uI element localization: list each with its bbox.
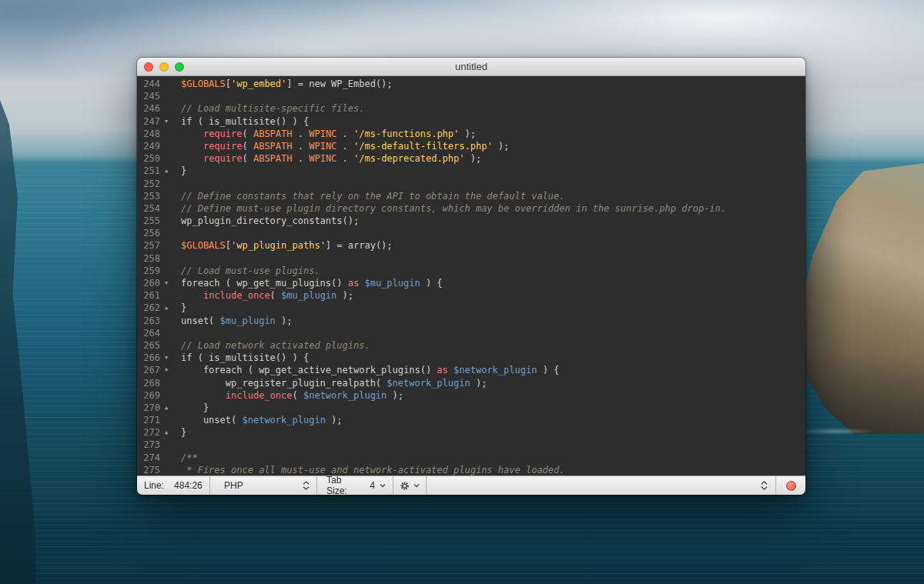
code-text[interactable]: wp_plugin_directory_constants(); — [181, 215, 359, 227]
code-line: 273 — [137, 439, 805, 451]
caret-position-group: Line: 484:26 — [137, 480, 209, 491]
modified-indicator[interactable] — [786, 481, 796, 491]
line-number: 267 — [137, 364, 160, 376]
code-line: 266▼if ( is_multisite() ) { — [137, 352, 805, 364]
code-line: 261 include_once( $mu_plugin ); — [137, 289, 805, 302]
zoom-button[interactable] — [175, 62, 184, 72]
code-line: 247▼if ( is_multisite() ) { — [137, 115, 805, 128]
fold-down-icon[interactable]: ▼ — [160, 115, 172, 128]
line-label: Line: — [144, 480, 164, 491]
close-button[interactable] — [144, 62, 153, 72]
code-line: 245 — [137, 90, 805, 102]
actions-menu-button[interactable] — [393, 481, 426, 491]
fold-down-icon[interactable]: ▼ — [160, 352, 172, 364]
code-line: 257$GLOBALS['wp_plugin_paths'] = array()… — [137, 239, 805, 252]
code-line: 259// Load must-use plugins. — [137, 265, 805, 277]
line-number: 271 — [137, 414, 160, 426]
language-label: PHP — [224, 480, 243, 491]
line-number: 249 — [137, 140, 160, 152]
fold-spacer — [160, 202, 172, 215]
code-line: 272▲} — [137, 426, 805, 439]
code-text[interactable]: // Define constants that rely on the API… — [181, 190, 565, 202]
code-text[interactable]: // Load must-use plugins. — [181, 265, 320, 277]
fold-spacer — [160, 140, 172, 152]
code-text[interactable]: unset( $network_plugin ); — [181, 414, 343, 426]
fold-up-icon[interactable]: ▲ — [160, 302, 172, 314]
code-text[interactable]: } — [181, 165, 186, 177]
code-text[interactable]: // Define must-use plugin directory cons… — [181, 202, 726, 215]
tab-size-popup[interactable]: Tab Size: 4 — [317, 475, 393, 495]
code-line: 251▲} — [137, 165, 805, 177]
line-number: 259 — [137, 265, 160, 277]
line-number: 275 — [137, 464, 160, 476]
code-text[interactable]: } — [181, 302, 186, 314]
fold-spacer — [160, 252, 172, 265]
fold-spacer — [160, 315, 172, 327]
line-number: 268 — [137, 377, 160, 389]
fold-down-icon[interactable]: ▼ — [160, 364, 172, 376]
code-text[interactable]: $GLOBALS['wp_plugin_paths'] = array(); — [181, 239, 393, 252]
code-line: 267▼ foreach ( wp_get_active_network_plu… — [137, 364, 805, 376]
line-number: 257 — [137, 239, 160, 252]
code-text[interactable]: foreach ( wp_get_mu_plugins() as $mu_plu… — [181, 277, 443, 289]
line-number: 265 — [137, 339, 160, 352]
code-text[interactable]: } — [181, 402, 209, 414]
code-line: 256 — [137, 227, 805, 239]
line-number: 273 — [137, 439, 160, 451]
line-number: 266 — [137, 352, 160, 364]
line-number: 264 — [137, 327, 160, 339]
code-text[interactable]: require( ABSPATH . WPINC . '/ms-function… — [181, 128, 476, 140]
fold-spacer — [160, 90, 172, 102]
code-text[interactable]: if ( is_multisite() ) { — [181, 352, 309, 364]
code-line: 260▼foreach ( wp_get_mu_plugins() as $mu… — [137, 277, 805, 289]
code-line: 248 require( ABSPATH . WPINC . '/ms-func… — [137, 128, 805, 140]
fold-spacer — [160, 327, 172, 339]
symbol-popup[interactable] — [427, 481, 775, 490]
code-text[interactable]: unset( $mu_plugin ); — [181, 315, 293, 327]
fold-down-icon[interactable]: ▼ — [160, 277, 172, 289]
code-text[interactable]: include_once( $mu_plugin ); — [181, 289, 353, 302]
code-text[interactable]: if ( is_multisite() ) { — [181, 115, 309, 128]
fold-up-icon[interactable]: ▲ — [160, 426, 172, 439]
line-number: 260 — [137, 277, 160, 289]
code-editor[interactable]: 244$GLOBALS['wp_embed'] = new WP_Embed()… — [137, 76, 805, 476]
line-number: 253 — [137, 190, 160, 202]
caret-position-value[interactable]: 484:26 — [174, 480, 203, 491]
window-title: untitled — [455, 61, 487, 72]
chevron-down-icon — [413, 483, 420, 488]
code-text[interactable]: require( ABSPATH . WPINC . '/ms-deprecat… — [181, 152, 481, 165]
line-number: 250 — [137, 152, 160, 165]
code-line: 268 wp_register_plugin_realpath( $networ… — [137, 377, 805, 389]
code-text[interactable]: // Load network activated plugins. — [181, 339, 370, 352]
window-titlebar[interactable]: untitled — [137, 58, 805, 76]
code-line: 253// Define constants that rely on the … — [137, 190, 805, 202]
code-line: 274/** — [137, 452, 805, 464]
code-text[interactable]: } — [181, 426, 186, 439]
code-line: 263unset( $mu_plugin ); — [137, 315, 805, 327]
fold-spacer — [160, 464, 172, 476]
language-popup[interactable]: PHP — [210, 480, 316, 491]
fold-up-icon[interactable]: ▲ — [160, 402, 172, 414]
code-text[interactable]: // Load multisite-specific files. — [181, 102, 364, 115]
fold-spacer — [160, 178, 172, 190]
chevron-updown-icon — [761, 481, 768, 490]
code-line: 252 — [137, 178, 805, 190]
code-text[interactable]: wp_register_plugin_realpath( $network_pl… — [181, 377, 487, 389]
fold-up-icon[interactable]: ▲ — [160, 165, 172, 177]
fold-spacer — [160, 389, 172, 402]
line-number: 256 — [137, 227, 160, 239]
minimize-button[interactable] — [159, 62, 169, 72]
code-text[interactable]: /** — [181, 452, 198, 464]
tab-size-value: 4 — [370, 480, 375, 491]
line-number: 244 — [137, 78, 160, 90]
code-line: 275 * Fires once all must-use and networ… — [137, 464, 805, 476]
fold-spacer — [160, 102, 172, 115]
code-text[interactable]: include_once( $network_plugin ); — [181, 389, 403, 402]
code-line: 270▲ } — [137, 402, 805, 414]
code-line: 269 include_once( $network_plugin ); — [137, 389, 805, 402]
code-text[interactable]: * Fires once all must-use and network-ac… — [181, 464, 565, 476]
code-line: 246// Load multisite-specific files. — [137, 102, 805, 115]
code-text[interactable]: foreach ( wp_get_active_network_plugins(… — [181, 364, 559, 376]
code-text[interactable]: $GLOBALS['wp_embed'] = new WP_Embed(); — [181, 78, 393, 90]
code-text[interactable]: require( ABSPATH . WPINC . '/ms-default-… — [181, 140, 509, 152]
